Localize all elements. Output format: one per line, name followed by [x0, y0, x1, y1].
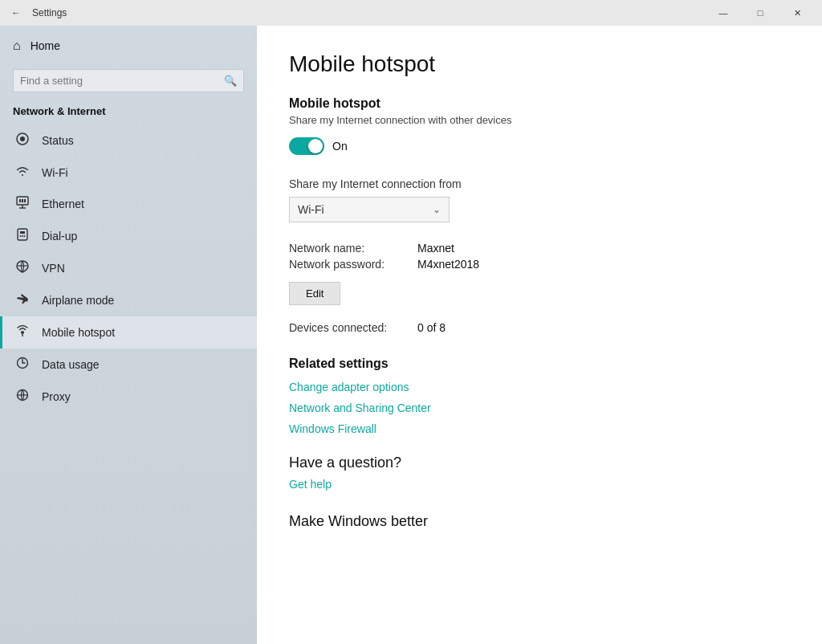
windows-better-section: Make Windows better [289, 513, 790, 530]
hotspot-icon [13, 324, 32, 340]
svg-rect-7 [24, 199, 26, 202]
vpn-icon [13, 260, 32, 276]
related-settings-title: Related settings [289, 357, 790, 371]
sidebar-item-label: Wi-Fi [42, 166, 68, 179]
share-section: Share my Internet connection from Wi-Fi … [289, 177, 790, 222]
svg-rect-9 [20, 231, 25, 234]
hotspot-section-title: Mobile hotspot [289, 96, 790, 111]
share-from-dropdown[interactable]: Wi-Fi ⌄ [289, 197, 450, 222]
sidebar-item-wifi[interactable]: Wi-Fi [0, 157, 257, 188]
get-help-link[interactable]: Get help [289, 478, 790, 491]
title-bar: ← Settings — □ ✕ [0, 0, 822, 26]
sidebar-item-label: Mobile hotspot [42, 326, 115, 339]
sidebar-section-title: Network & Internet [0, 102, 257, 124]
svg-rect-8 [18, 229, 27, 240]
svg-point-14 [21, 331, 24, 334]
sidebar-item-hotspot[interactable]: Mobile hotspot [0, 316, 257, 348]
devices-row: Devices connected: 0 of 8 [289, 321, 790, 334]
sidebar-home[interactable]: ⌂ Home [0, 26, 257, 66]
svg-rect-5 [19, 199, 21, 202]
content-area: Mobile hotspot Mobile hotspot Share my I… [257, 26, 822, 644]
devices-label: Devices connected: [289, 321, 417, 334]
home-label: Home [31, 39, 60, 52]
devices-value: 0 of 8 [417, 321, 446, 334]
close-button[interactable]: ✕ [779, 0, 816, 26]
svg-point-1 [20, 137, 25, 141]
sidebar: ⌂ Home 🔍 Network & Internet Status [0, 26, 257, 644]
windows-better-title: Make Windows better [289, 513, 790, 530]
network-sharing-link[interactable]: Network and Sharing Center [289, 401, 790, 414]
ethernet-icon [13, 196, 32, 212]
network-password-value: M4xnet2018 [417, 258, 479, 271]
sidebar-item-label: Airplane mode [42, 294, 114, 307]
window-controls: — □ ✕ [705, 0, 816, 26]
windows-firewall-link[interactable]: Windows Firewall [289, 422, 790, 435]
toggle-row: On [289, 137, 790, 155]
sidebar-item-label: Ethernet [42, 198, 84, 210]
share-from-value: Wi-Fi [298, 203, 324, 216]
change-adapter-link[interactable]: Change adapter options [289, 381, 790, 393]
search-container: 🔍 [13, 69, 244, 92]
chevron-down-icon: ⌄ [433, 204, 441, 215]
toggle-knob [308, 139, 323, 153]
network-name-value: Maxnet [417, 242, 454, 255]
search-icon: 🔍 [218, 70, 243, 92]
toggle-label: On [332, 140, 348, 153]
hotspot-toggle[interactable] [289, 137, 324, 155]
network-password-row: Network password: M4xnet2018 [289, 258, 790, 271]
back-button[interactable]: ← [6, 3, 26, 22]
network-password-label: Network password: [289, 258, 417, 271]
hotspot-subtitle: Share my Internet connection with other … [289, 114, 790, 126]
network-name-row: Network name: Maxnet [289, 242, 790, 255]
svg-point-11 [22, 235, 23, 237]
status-icon [13, 132, 32, 149]
sidebar-item-label: Status [42, 134, 74, 147]
dialup-icon [13, 228, 32, 244]
svg-point-12 [24, 235, 26, 237]
sidebar-item-ethernet[interactable]: Ethernet [0, 188, 257, 220]
sidebar-item-label: Proxy [42, 390, 71, 403]
search-input[interactable] [14, 70, 218, 92]
main-layout: ⌂ Home 🔍 Network & Internet Status [0, 26, 822, 644]
airplane-icon [13, 292, 32, 308]
svg-point-10 [20, 235, 22, 237]
sidebar-item-vpn[interactable]: VPN [0, 252, 257, 284]
sidebar-item-airplane[interactable]: Airplane mode [0, 284, 257, 316]
share-from-label: Share my Internet connection from [289, 177, 790, 190]
maximize-button[interactable]: □ [742, 0, 779, 26]
network-name-label: Network name: [289, 242, 417, 255]
sidebar-item-label: Data usage [42, 358, 100, 371]
datausage-icon [13, 357, 32, 373]
question-title: Have a question? [289, 454, 790, 471]
sidebar-item-status[interactable]: Status [0, 124, 257, 157]
minimize-button[interactable]: — [705, 0, 742, 26]
svg-rect-6 [22, 199, 23, 202]
network-info: Network name: Maxnet Network password: M… [289, 242, 790, 305]
sidebar-item-dialup[interactable]: Dial-up [0, 220, 257, 252]
window-title: Settings [32, 7, 67, 18]
question-section: Have a question? Get help [289, 454, 790, 491]
edit-button[interactable]: Edit [289, 282, 340, 305]
page-title: Mobile hotspot [289, 51, 790, 77]
home-icon: ⌂ [13, 39, 21, 53]
sidebar-item-proxy[interactable]: Proxy [0, 381, 257, 413]
sidebar-item-label: VPN [42, 262, 65, 275]
sidebar-item-datausage[interactable]: Data usage [0, 348, 257, 381]
sidebar-item-label: Dial-up [42, 230, 77, 243]
proxy-icon [13, 389, 32, 405]
wifi-icon [13, 165, 32, 180]
